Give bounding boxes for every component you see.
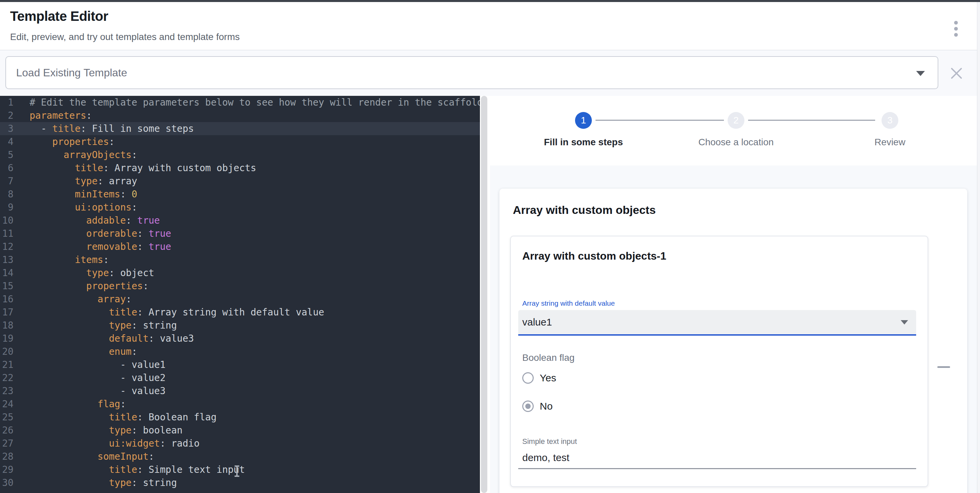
line-number: 21	[0, 358, 13, 371]
line-number: 18	[0, 319, 13, 332]
page-subtitle: Edit, preview, and try out templates and…	[10, 32, 240, 42]
page-scrollbar[interactable]	[977, 2, 980, 493]
code-line: 14 type: object	[0, 266, 480, 279]
select-field-label: Array string with default value	[522, 299, 916, 307]
line-number: 4	[0, 135, 13, 148]
code-line: 16 array:	[0, 293, 480, 306]
code-line: 5 arrayObjects:	[0, 148, 480, 161]
line-number: 7	[0, 174, 13, 188]
line-number: 12	[0, 240, 13, 253]
array-item-card: Array with custom objects-1 Array string…	[510, 236, 928, 487]
line-number: 25	[0, 411, 13, 424]
line-number: 8	[0, 188, 13, 201]
code-line: 18 type: string	[0, 319, 480, 332]
radio-option-label: Yes	[540, 372, 556, 384]
form-stepper: 1Fill in some steps2Choose a location3Re…	[490, 96, 977, 166]
load-template-section: Load Existing Template	[0, 51, 980, 96]
editor-scrollbar-thumb[interactable]	[481, 96, 487, 493]
line-number: 13	[0, 253, 13, 266]
load-select-placeholder: Load Existing Template	[16, 67, 127, 79]
code-line: 22 - value2	[0, 371, 480, 385]
radio-option-label: No	[540, 400, 552, 412]
line-number: 2	[0, 109, 13, 122]
radio-group-label: Boolean flag	[522, 353, 916, 363]
template-preview-pane: 1Fill in some steps2Choose a location3Re…	[490, 96, 977, 493]
page-header: Template Editor Edit, preview, and try o…	[0, 2, 980, 50]
line-number: 19	[0, 332, 13, 345]
code-line: 26 type: boolean	[0, 424, 480, 437]
line-number: 5	[0, 148, 13, 161]
array-string-select-field: Array string with default value value1	[518, 299, 916, 336]
radio-checked-icon[interactable]	[522, 400, 534, 412]
radio-options: YesNo	[518, 370, 916, 414]
text-cursor-pointer	[236, 466, 238, 476]
text-field-underline	[518, 468, 916, 469]
radio-option-no[interactable]: No	[518, 399, 916, 414]
boolean-flag-field: Boolean flag YesNo	[518, 353, 916, 414]
line-number: 28	[0, 450, 13, 463]
array-item-title: Array with custom objects-1	[522, 250, 916, 262]
dropdown-arrow-icon	[916, 71, 925, 76]
code-line: 25 title: Boolean flag	[0, 411, 480, 424]
code-line: 10 addable: true	[0, 214, 480, 227]
code-line: 29 title: Simple text input	[0, 463, 480, 476]
remove-item-button[interactable]	[937, 366, 950, 368]
code-line: 12 removable: true	[0, 240, 480, 253]
line-number: 30	[0, 476, 13, 489]
line-number: 23	[0, 385, 13, 397]
chevron-down-icon	[901, 320, 908, 324]
step-circle-2: 2	[728, 112, 745, 129]
line-number: 11	[0, 227, 13, 240]
array-item-row: Array with custom objects-1 Array string…	[510, 236, 959, 487]
line-number: 15	[0, 279, 13, 293]
yaml-code-editor[interactable]: 1# Edit the template parameters below to…	[0, 96, 480, 493]
line-number: 16	[0, 293, 13, 306]
stepper-connector	[595, 120, 724, 121]
code-line: 2parameters:	[0, 109, 480, 122]
radio-unchecked-icon[interactable]	[522, 372, 534, 384]
close-icon[interactable]	[950, 67, 963, 80]
line-number: 20	[0, 345, 13, 358]
code-line: 19 default: value3	[0, 332, 480, 345]
stepper-connector	[748, 120, 875, 121]
code-line: 21 - value1	[0, 358, 480, 371]
text-field-label: Simple text input	[522, 437, 916, 446]
radio-option-yes[interactable]: Yes	[518, 370, 916, 385]
form-section-title: Array with custom objects	[513, 203, 967, 217]
code-line: 15 properties:	[0, 279, 480, 293]
code-line: 23 - value3	[0, 385, 480, 397]
line-number: 17	[0, 306, 13, 319]
text-field-value[interactable]: demo, test	[522, 452, 916, 463]
code-line: 28 someInput:	[0, 450, 480, 463]
code-line: 1# Edit the template parameters below to…	[0, 96, 480, 109]
code-line: 30 type: string	[0, 476, 480, 489]
array-string-select[interactable]: value1	[518, 310, 916, 336]
code-line: 9 ui:options:	[0, 201, 480, 214]
code-line: 27 ui:widget: radio	[0, 437, 480, 450]
code-line: 3 - title: Fill in some steps	[0, 122, 480, 135]
line-number: 6	[0, 161, 13, 174]
code-line: 20 enum:	[0, 345, 480, 358]
code-line: 13 items:	[0, 253, 480, 266]
line-number: 14	[0, 266, 13, 279]
template-editor-page: Template Editor Edit, preview, and try o…	[0, 0, 980, 493]
code-line: 4 properties:	[0, 135, 480, 148]
load-existing-template-select[interactable]: Load Existing Template	[5, 56, 938, 89]
line-number: 1	[0, 96, 13, 109]
simple-text-input-field: Simple text input demo, test	[518, 437, 916, 469]
form-section-card: Array with custom objects Array with cus…	[500, 189, 967, 493]
line-number: 29	[0, 463, 13, 476]
code-line: 6 title: Array with custom objects	[0, 161, 480, 174]
line-number: 24	[0, 397, 13, 411]
line-number: 9	[0, 201, 13, 214]
code-line: 7 type: array	[0, 174, 480, 188]
remove-item-column	[928, 236, 959, 487]
code-line: 17 title: Array string with default valu…	[0, 306, 480, 319]
line-number: 22	[0, 371, 13, 385]
code-line: 24 flag:	[0, 397, 480, 411]
step-label-2: Choose a location	[669, 137, 803, 148]
step-label-3: Review	[823, 137, 957, 148]
line-number: 26	[0, 424, 13, 437]
line-number: 3	[0, 122, 13, 135]
kebab-menu-icon[interactable]	[954, 21, 958, 37]
